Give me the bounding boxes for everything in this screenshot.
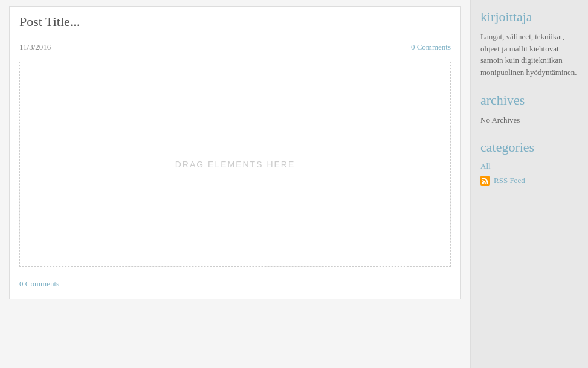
post-meta: 11/3/2016 0 Comments [10, 37, 460, 57]
sidebar-kirjoittaja: kirjoittaja Langat, välineet, tekniikat,… [480, 9, 578, 78]
rss-icon [480, 176, 490, 186]
post-container: Post Title... 11/3/2016 0 Comments DRAG … [9, 6, 461, 299]
archives-empty: No Archives [480, 115, 520, 124]
rss-label: RSS Feed [494, 176, 525, 186]
post-title: Post Title... [10, 7, 460, 37]
drag-placeholder: DRAG ELEMENTS HERE [175, 160, 296, 169]
sidebar-archives: archives No Archives [480, 92, 578, 125]
archives-heading: archives [480, 92, 578, 108]
kirjoittaja-heading: kirjoittaja [480, 9, 578, 25]
drag-area: DRAG ELEMENTS HERE [19, 62, 451, 267]
kirjoittaja-description: Langat, välineet, tekniikat, ohjeet ja m… [480, 31, 578, 78]
categories-heading: categories [480, 140, 578, 155]
comments-link[interactable]: 0 Comments [411, 42, 451, 52]
main-content: Post Title... 11/3/2016 0 Comments DRAG … [0, 0, 470, 368]
sidebar: kirjoittaja Langat, välineet, tekniikat,… [470, 0, 588, 368]
categories-all-link[interactable]: All [480, 161, 578, 171]
rss-feed-link[interactable]: RSS Feed [480, 176, 578, 186]
post-footer: 0 Comments [10, 272, 460, 299]
post-date: 11/3/2016 [19, 42, 51, 52]
sidebar-categories: categories All RSS Feed [480, 140, 578, 186]
footer-comments-link[interactable]: 0 Comments [19, 279, 59, 288]
svg-point-1 [482, 182, 484, 184]
